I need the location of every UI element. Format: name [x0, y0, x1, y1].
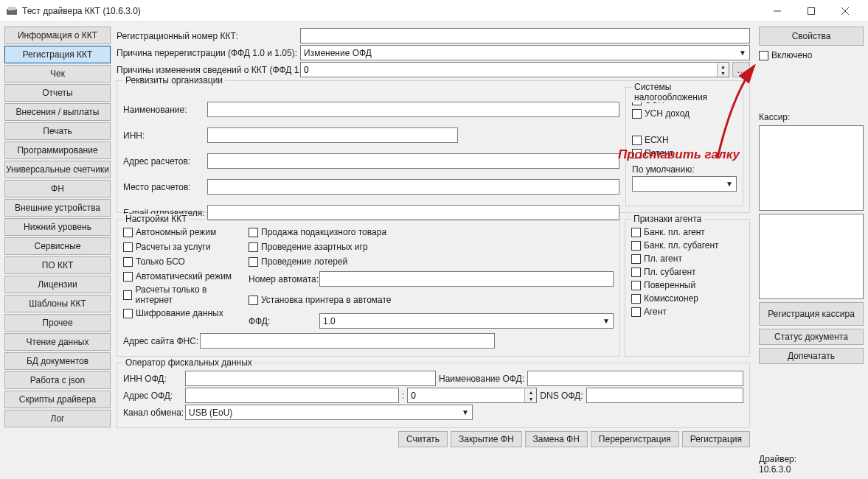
rereg-reason-combo[interactable]: Изменение ОФД ▼	[300, 45, 750, 60]
chevron-down-icon: ▼	[726, 180, 733, 188]
sidebar-item-17[interactable]: БД документов	[4, 352, 111, 370]
cb-bankpl[interactable]: Банк. пл. агент	[631, 225, 743, 239]
tax-eshn[interactable]: ЕСХН	[632, 133, 737, 147]
sidebar-item-15[interactable]: Прочее	[4, 314, 111, 332]
reg-number-input[interactable]	[300, 28, 750, 43]
sidebar-item-0[interactable]: Информация о ККТ	[4, 27, 111, 44]
sidebar-item-10[interactable]: Нижний уровень	[4, 218, 111, 236]
org-inn-label: ИНН:	[123, 130, 204, 141]
sidebar-item-7[interactable]: Универсальные счетчики	[4, 161, 111, 178]
kkt-settings-group: Настройки ККТ Автономный режим Расчеты з…	[117, 219, 620, 357]
close-fn-button[interactable]: Закрытие ФН	[451, 431, 521, 447]
change-fn-button[interactable]: Замена ФН	[525, 431, 588, 447]
main-form: Регистрационный номер ККТ: Причина перер…	[112, 25, 754, 476]
org-calcaddr-input[interactable]	[207, 153, 619, 169]
right-panel: Свойства Включено Кассир: Регистрация ка…	[754, 25, 865, 476]
driver-label: Драйвер:	[759, 454, 796, 464]
cb-excise[interactable]: Продажа подакцизного товара	[249, 225, 614, 239]
cb-printer-auto[interactable]: Установка принтера в автомате	[249, 290, 614, 310]
cb-internet[interactable]: Расчеты только в интернет	[123, 284, 241, 305]
ofd-port-spin[interactable]: ▲▼	[407, 388, 537, 403]
window-title: Тест драйвера ККТ (10.6.3.0)	[22, 6, 141, 16]
maximize-button[interactable]	[794, 0, 828, 22]
cashier-inn-input[interactable]	[759, 214, 864, 299]
tax-default-combo[interactable]: ▼	[632, 176, 737, 192]
sidebar-item-1[interactable]: Регистрация ККТ	[4, 46, 111, 63]
agent-legend: Признаки агента	[631, 214, 704, 224]
ofd-addr-input[interactable]	[185, 388, 399, 403]
properties-button[interactable]: Свойства	[759, 27, 864, 46]
ofd-name-input[interactable]	[527, 371, 743, 386]
cb-automatic[interactable]: Автоматический режим	[123, 270, 241, 283]
cb-services[interactable]: Расчеты за услуги	[123, 240, 241, 254]
autonum-label: Номер автомата:	[249, 274, 316, 284]
reg-button[interactable]: Регистрация	[682, 431, 750, 447]
change-reasons-spin[interactable]: ▲▼	[300, 62, 729, 77]
tax-group: Системы налогообложения ОСН УСН доход ЕС…	[625, 87, 743, 206]
sidebar-item-13[interactable]: Лицензии	[4, 276, 111, 293]
change-reasons-browse[interactable]: …	[732, 62, 750, 77]
org-group: Реквизиты организации Наименование: ИНН:…	[117, 80, 750, 213]
channel-combo[interactable]: USB (EoU)▼	[185, 405, 473, 420]
chevron-down-icon: ▼	[739, 49, 746, 57]
sidebar-item-19[interactable]: Скрипты драйвера	[4, 391, 111, 408]
org-name-input[interactable]	[207, 102, 619, 117]
sidebar-item-9[interactable]: Внешние устройства	[4, 199, 111, 217]
svg-rect-1	[8, 7, 15, 10]
cb-autonomous[interactable]: Автономный режим	[123, 225, 241, 239]
cb-commis[interactable]: Комиссионер	[631, 292, 743, 305]
org-calcplace-input[interactable]	[207, 179, 619, 195]
ofd-dns-input[interactable]	[586, 388, 743, 403]
close-button[interactable]	[828, 0, 862, 22]
org-calcplace-label: Место расчетов:	[123, 182, 204, 192]
ofd-inn-input[interactable]	[185, 371, 436, 386]
fns-input[interactable]	[200, 333, 495, 349]
chevron-down-icon: ▼	[603, 317, 610, 325]
ffd-combo[interactable]: 1.0▼	[319, 313, 614, 329]
minimize-button[interactable]	[760, 0, 794, 22]
cb-plagent[interactable]: Пл. агент	[631, 252, 743, 265]
sidebar-item-11[interactable]: Сервисные	[4, 237, 111, 255]
ofd-name-label: Наименование ОФД:	[439, 374, 524, 384]
cashier-input[interactable]	[759, 125, 864, 211]
cb-plsub[interactable]: Пл. субагент	[631, 265, 743, 279]
svg-rect-3	[808, 7, 815, 14]
ofd-addr-label: Адрес ОФД:	[123, 391, 182, 401]
cb-agent[interactable]: Агент	[631, 305, 743, 318]
doc-status-button[interactable]: Статус документа	[759, 329, 864, 345]
sidebar-item-20[interactable]: Лог	[4, 410, 111, 427]
enabled-checkbox[interactable]: Включено	[759, 49, 864, 62]
cashier-label: Кассир:	[759, 112, 790, 122]
sidebar-item-5[interactable]: Печать	[4, 122, 111, 140]
sidebar-item-3[interactable]: Отчеты	[4, 84, 111, 102]
rereg-button[interactable]: Перерегистрация	[591, 431, 679, 447]
org-inn-input[interactable]	[207, 127, 458, 143]
cb-lottery[interactable]: Проведение лотерей	[249, 255, 614, 268]
sidebar-item-18[interactable]: Работа с json	[4, 371, 111, 389]
ofd-inn-label: ИНН ОФД:	[123, 374, 182, 384]
tax-usn[interactable]: УСН доход	[632, 107, 737, 120]
agent-group: Признаки агента Банк. пл. агент Банк. пл…	[625, 219, 750, 357]
sidebar-item-8[interactable]: ФН	[4, 180, 111, 197]
sidebar-item-14[interactable]: Шаблоны ККТ	[4, 295, 111, 312]
autonum-input[interactable]	[319, 271, 614, 287]
titlebar: Тест драйвера ККТ (10.6.3.0)	[0, 0, 868, 22]
read-button[interactable]: Считать	[398, 431, 448, 447]
org-email-input[interactable]	[207, 205, 619, 220]
cb-banksub[interactable]: Банк. пл. субагент	[631, 239, 743, 252]
sidebar-item-12[interactable]: ПО ККТ	[4, 256, 111, 274]
cb-bso[interactable]: Только БСО	[123, 255, 241, 268]
sidebar-item-4[interactable]: Внесения / выплаты	[4, 103, 111, 121]
chevron-down-icon: ▼	[462, 408, 469, 416]
sidebar-item-6[interactable]: Программирование	[4, 141, 111, 159]
rereg-reason-value: Изменение ОФД	[304, 48, 372, 58]
cashier-reg-button[interactable]: Регистрация кассира	[759, 302, 864, 326]
fns-label: Адрес сайта ФНС:	[123, 336, 197, 346]
cb-attorney[interactable]: Поверенный	[631, 279, 743, 292]
cb-gambling[interactable]: Проведение азартных игр	[249, 240, 614, 254]
sidebar-item-2[interactable]: Чек	[4, 65, 111, 83]
ofd-dns-label: DNS ОФД:	[540, 391, 583, 401]
sidebar-item-16[interactable]: Чтение данных	[4, 333, 111, 351]
print-more-button[interactable]: Допечатать	[759, 348, 864, 364]
cb-encrypt[interactable]: Шифрование данных	[123, 307, 241, 320]
